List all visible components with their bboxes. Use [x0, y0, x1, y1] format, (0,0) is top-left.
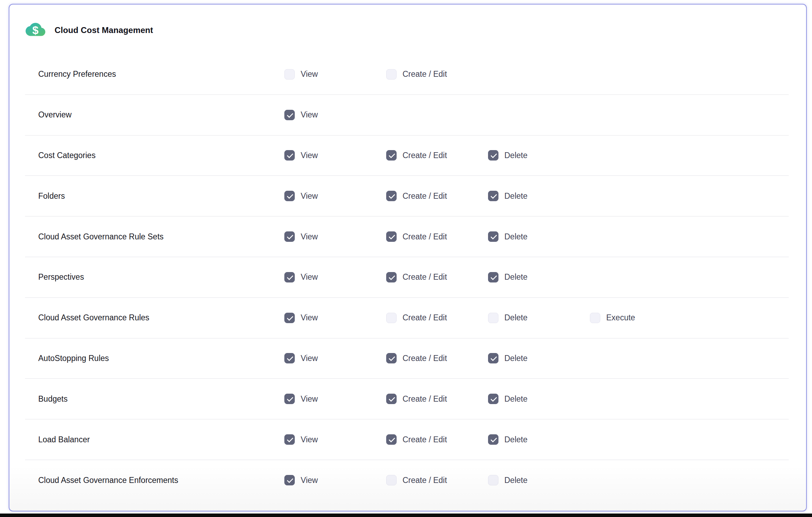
create-edit-checkbox[interactable]	[386, 150, 397, 161]
create-edit-checkbox[interactable]	[386, 69, 397, 80]
resource-label: Cost Categories	[25, 151, 284, 160]
delete-checkbox[interactable]	[488, 313, 498, 323]
resource-label: Folders	[25, 191, 284, 201]
permission-cell-create-edit: Create / Edit	[386, 434, 488, 445]
permission-cell-delete: Delete	[488, 150, 590, 161]
view-checkbox-label: View	[301, 69, 318, 79]
permission-cell-view: View	[284, 110, 386, 120]
create-edit-checkbox-label: Create / Edit	[403, 435, 447, 444]
resource-label: Cloud Asset Governance Enforcements	[25, 476, 284, 485]
create-edit-checkbox[interactable]	[386, 434, 397, 445]
view-checkbox[interactable]	[284, 353, 295, 363]
create-edit-checkbox[interactable]	[386, 394, 397, 404]
permission-cell-delete: Delete	[488, 272, 590, 282]
permission-cell-create-edit: Create / Edit	[386, 353, 488, 363]
delete-checkbox[interactable]	[488, 434, 498, 445]
create-edit-checkbox[interactable]	[386, 191, 397, 201]
table-row: Load Balancer ViewCreate / EditDelete	[25, 419, 789, 460]
table-row: Cloud Asset Governance Rules ViewCreate …	[25, 298, 789, 338]
create-edit-checkbox[interactable]	[386, 231, 397, 242]
delete-checkbox-label: Delete	[504, 272, 527, 282]
view-checkbox[interactable]	[284, 110, 295, 120]
permission-cell-view: View	[284, 191, 386, 201]
view-checkbox[interactable]	[284, 191, 295, 201]
permission-cell-execute: Execute	[590, 313, 692, 323]
table-row: Cost Categories ViewCreate / EditDelete	[25, 136, 789, 176]
view-checkbox[interactable]	[284, 475, 295, 485]
create-edit-checkbox[interactable]	[386, 313, 397, 323]
delete-checkbox-label: Delete	[504, 394, 527, 404]
create-edit-checkbox-label: Create / Edit	[403, 232, 447, 241]
table-row: Cloud Asset Governance Enforcements View…	[25, 460, 789, 501]
permission-cell-create-edit: Create / Edit	[386, 191, 488, 201]
bottom-edge-bar	[0, 514, 812, 517]
create-edit-checkbox-label: Create / Edit	[403, 354, 447, 363]
delete-checkbox-label: Delete	[504, 476, 527, 485]
permissions-table: Currency Preferences ViewCreate / Edit O…	[25, 54, 789, 501]
create-edit-checkbox[interactable]	[386, 272, 397, 282]
view-checkbox-label: View	[301, 151, 318, 160]
view-checkbox[interactable]	[284, 272, 295, 282]
permission-cell-view: View	[284, 69, 386, 80]
delete-checkbox-label: Delete	[504, 232, 527, 241]
view-checkbox[interactable]	[284, 150, 295, 161]
permission-cell-view: View	[284, 272, 386, 282]
resource-label: Perspectives	[25, 272, 284, 282]
svg-text:$: $	[32, 24, 39, 36]
permission-cell-create-edit: Create / Edit	[386, 150, 488, 161]
view-checkbox-label: View	[301, 476, 318, 485]
table-row: Folders ViewCreate / EditDelete	[25, 176, 789, 216]
resource-label: AutoStopping Rules	[25, 354, 284, 363]
cloud-cost-management-panel: $ Cloud Cost Management Currency Prefere…	[9, 4, 807, 511]
table-row: AutoStopping Rules ViewCreate / EditDele…	[25, 338, 789, 379]
create-edit-checkbox[interactable]	[386, 475, 397, 485]
view-checkbox-label: View	[301, 232, 318, 241]
permission-cell-create-edit: Create / Edit	[386, 475, 488, 485]
view-checkbox-label: View	[301, 313, 318, 322]
view-checkbox[interactable]	[284, 394, 295, 404]
create-edit-checkbox[interactable]	[386, 353, 397, 363]
delete-checkbox-label: Delete	[504, 151, 527, 160]
permission-cell-delete: Delete	[488, 191, 590, 201]
delete-checkbox[interactable]	[488, 475, 498, 485]
view-checkbox-label: View	[301, 191, 318, 201]
delete-checkbox[interactable]	[488, 353, 498, 363]
delete-checkbox-label: Delete	[504, 191, 527, 201]
resource-label: Budgets	[25, 394, 284, 404]
view-checkbox-label: View	[301, 110, 318, 120]
resource-label: Cloud Asset Governance Rules	[25, 313, 284, 322]
permission-cell-view: View	[284, 231, 386, 242]
table-row: Currency Preferences ViewCreate / Edit	[25, 54, 789, 95]
view-checkbox[interactable]	[284, 69, 295, 80]
delete-checkbox[interactable]	[488, 394, 498, 404]
table-row: Budgets ViewCreate / EditDelete	[25, 379, 789, 419]
permission-cell-view: View	[284, 150, 386, 161]
view-checkbox[interactable]	[284, 231, 295, 242]
delete-checkbox-label: Delete	[504, 354, 527, 363]
permission-cell-create-edit: Create / Edit	[386, 272, 488, 282]
view-checkbox-label: View	[301, 435, 318, 444]
delete-checkbox[interactable]	[488, 231, 498, 242]
execute-checkbox[interactable]	[590, 313, 600, 323]
create-edit-checkbox-label: Create / Edit	[403, 313, 447, 322]
page-title: Cloud Cost Management	[55, 25, 153, 35]
permission-cell-delete: Delete	[488, 231, 590, 242]
delete-checkbox-label: Delete	[504, 435, 527, 444]
delete-checkbox[interactable]	[488, 150, 498, 161]
permission-cell-create-edit: Create / Edit	[386, 231, 488, 242]
table-row: Overview View	[25, 95, 789, 136]
create-edit-checkbox-label: Create / Edit	[403, 151, 447, 160]
permission-cell-create-edit: Create / Edit	[386, 313, 488, 323]
delete-checkbox[interactable]	[488, 191, 498, 201]
view-checkbox[interactable]	[284, 434, 295, 445]
delete-checkbox[interactable]	[488, 272, 498, 282]
create-edit-checkbox-label: Create / Edit	[403, 191, 447, 201]
permission-cell-delete: Delete	[488, 475, 590, 485]
execute-checkbox-label: Execute	[606, 313, 635, 322]
delete-checkbox-label: Delete	[504, 313, 527, 322]
view-checkbox[interactable]	[284, 313, 295, 323]
panel-header: $ Cloud Cost Management	[9, 5, 806, 39]
resource-label: Overview	[25, 110, 284, 120]
permission-cell-delete: Delete	[488, 394, 590, 404]
cloud-dollar-icon: $	[25, 21, 46, 39]
